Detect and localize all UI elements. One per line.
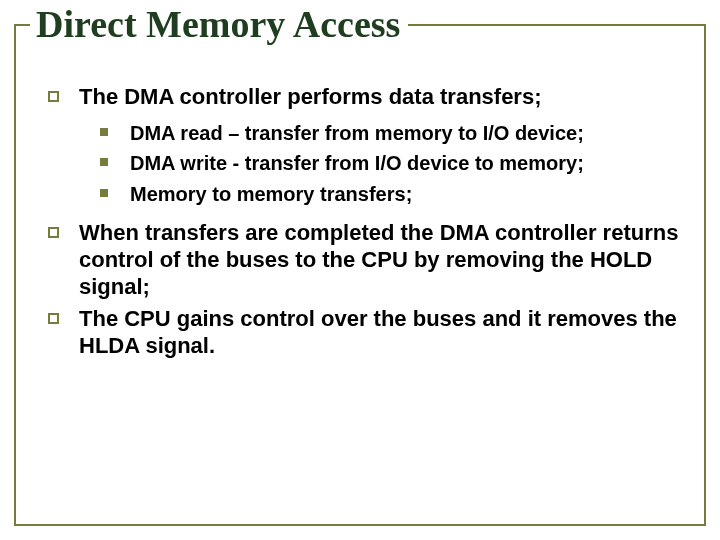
bullet-text: DMA write - transfer from I/O device to … — [130, 151, 690, 175]
bullet-text: The CPU gains control over the buses and… — [79, 306, 690, 360]
list-item: DMA read – transfer from memory to I/O d… — [100, 121, 690, 145]
bullet-hollow-square-icon — [48, 91, 59, 102]
slide: Direct Memory Access The DMA controller … — [0, 0, 720, 540]
bullet-text: When transfers are completed the DMA con… — [79, 220, 690, 300]
bullet-solid-square-icon — [100, 128, 108, 136]
sublist: DMA read – transfer from memory to I/O d… — [34, 121, 690, 206]
bullet-hollow-square-icon — [48, 227, 59, 238]
bullet-text: Memory to memory transfers; — [130, 182, 690, 206]
list-item: When transfers are completed the DMA con… — [48, 220, 690, 300]
list-item: The DMA controller performs data transfe… — [48, 84, 690, 111]
list-item: The CPU gains control over the buses and… — [48, 306, 690, 360]
bullet-text: DMA read – transfer from memory to I/O d… — [130, 121, 690, 145]
list-item: DMA write - transfer from I/O device to … — [100, 151, 690, 175]
bullet-hollow-square-icon — [48, 313, 59, 324]
bullet-text: The DMA controller performs data transfe… — [79, 84, 690, 111]
bullet-solid-square-icon — [100, 189, 108, 197]
slide-body: The DMA controller performs data transfe… — [34, 84, 690, 366]
bullet-solid-square-icon — [100, 158, 108, 166]
slide-title: Direct Memory Access — [30, 2, 408, 46]
list-item: Memory to memory transfers; — [100, 182, 690, 206]
